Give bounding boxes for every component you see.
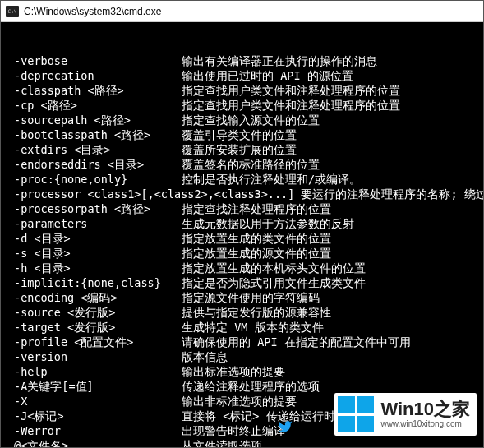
option-description: 指定查找注释处理程序的位置 [182,201,480,216]
option-flag: -deprecation [4,68,182,83]
option-flag: -sourcepath <路径> [4,113,182,127]
watermark-brand: Win10之家 [380,400,470,418]
option-row: -profile <配置文件>请确保使用的 API 在指定的配置文件中可用 [4,335,480,349]
option-flag: -processor <class1>[,<class2>,<class3>..… [4,187,483,201]
option-description: 指定查找输入源文件的位置 [182,113,480,127]
option-description: 提供与指定发行版的源兼容性 [182,305,480,320]
watermark-url: www.win10xitong.com [380,420,470,428]
option-description: 指定源文件使用的字符编码 [182,290,480,305]
option-flag: -A关键字[=值] [4,379,182,394]
option-row: -deprecation输出使用已过时的 API 的源位置 [4,68,480,83]
windows-logo-icon [338,396,374,432]
option-flag: -help [4,364,182,379]
option-flag: -proc:{none,only} [4,172,182,187]
option-flag: -endorseddirs <目录> [4,157,182,172]
option-description: 生成元数据以用于方法参数的反射 [182,216,480,231]
option-flag: -d <目录> [4,231,182,246]
option-flag: -version [4,349,182,364]
option-flag: -h <目录> [4,261,182,275]
option-row: -parameters生成元数据以用于方法参数的反射 [4,216,480,231]
option-description: 指定查找用户类文件和注释处理程序的位置 [182,98,480,113]
option-description: 输出标准选项的提要 [182,364,480,379]
option-row: -target <发行版>生成特定 VM 版本的类文件 [4,320,480,335]
option-description: 请确保使用的 API 在指定的配置文件中可用 [182,335,480,349]
option-description: 指定放置生成的源文件的位置 [182,246,480,261]
option-row: -bootclasspath <路径>覆盖引导类文件的位置 [4,127,480,142]
option-description: 覆盖所安装扩展的位置 [182,142,480,157]
option-flag: -J<标记> [4,409,182,423]
option-flag: -profile <配置文件> [4,335,182,349]
option-row: -classpath <路径>指定查找用户类文件和注释处理程序的位置 [4,83,480,98]
option-flag: -implicit:{none,class} [4,275,182,290]
titlebar[interactable]: C:\Windows\system32\cmd.exe [1,1,483,22]
option-row: -processorpath <路径>指定查找注释处理程序的位置 [4,201,480,216]
option-flag: -verbose [4,53,182,68]
option-flag: -encoding <编码> [4,290,182,305]
option-row: -cp <路径>指定查找用户类文件和注释处理程序的位置 [4,98,480,113]
option-row: -verbose输出有关编译器正在执行的操作的消息 [4,53,480,68]
option-flag: -s <目录> [4,246,182,261]
option-description: 生成特定 VM 版本的类文件 [182,320,480,335]
option-description: 覆盖引导类文件的位置 [182,127,480,142]
terminal-output[interactable]: -verbose输出有关编译器正在执行的操作的消息-deprecation输出使… [1,22,483,447]
option-row: -implicit:{none,class}指定是否为隐式引用文件生成类文件 [4,275,480,290]
option-flag: -classpath <路径> [4,83,182,98]
option-description: 覆盖签名的标准路径的位置 [182,157,480,172]
option-row: -d <目录>指定放置生成的类文件的位置 [4,231,480,246]
twitter-icon [276,419,294,434]
option-row: -source <发行版>提供与指定发行版的源兼容性 [4,305,480,320]
watermark: Win10之家 www.win10xitong.com [334,393,477,436]
option-row: -endorseddirs <目录>覆盖签名的标准路径的位置 [4,157,480,172]
option-row: @<文件名>从文件读取选项 [4,438,480,447]
option-row: -s <目录>指定放置生成的源文件的位置 [4,246,480,261]
option-description: 从文件读取选项 [182,438,480,447]
option-description: 输出有关编译器正在执行的操作的消息 [182,53,480,68]
option-description: 指定放置生成的类文件的位置 [182,231,480,246]
option-flag: -cp <路径> [4,98,182,113]
option-row: -help输出标准选项的提要 [4,364,480,379]
option-flag: -Werror [4,423,182,438]
option-flag: -bootclasspath <路径> [4,127,182,142]
option-row: -proc:{none,only}控制是否执行注释处理和/或编译。 [4,172,480,187]
option-row: -h <目录>指定放置生成的本机标头文件的位置 [4,261,480,275]
option-description: 控制是否执行注释处理和/或编译。 [182,172,480,187]
option-flag: -source <发行版> [4,305,182,320]
option-row: -encoding <编码>指定源文件使用的字符编码 [4,290,480,305]
option-flag: -extdirs <目录> [4,142,182,157]
option-row: -A关键字[=值]传递给注释处理程序的选项 [4,379,480,394]
option-description: 指定是否为隐式引用文件生成类文件 [182,275,480,290]
option-flag: @<文件名> [4,438,182,447]
window-title: C:\Windows\system32\cmd.exe [24,6,161,17]
option-flag: -X [4,394,182,409]
option-description: 指定放置生成的本机标头文件的位置 [182,261,480,275]
option-description: 输出使用已过时的 API 的源位置 [182,68,480,83]
option-flag: -parameters [4,216,182,231]
option-flag: -target <发行版> [4,320,182,335]
option-row: -processor <class1>[,<class2>,<class3>..… [4,187,480,201]
option-row: -extdirs <目录>覆盖所安装扩展的位置 [4,142,480,157]
option-description: 指定查找用户类文件和注释处理程序的位置 [182,83,480,98]
option-row: -version版本信息 [4,349,480,364]
cmd-icon [6,6,19,17]
option-row: -sourcepath <路径>指定查找输入源文件的位置 [4,113,480,127]
option-description: 传递给注释处理程序的选项 [182,379,480,394]
cmd-window: C:\Windows\system32\cmd.exe -verbose输出有关… [0,0,484,448]
option-description: 版本信息 [182,349,480,364]
option-flag: -processorpath <路径> [4,201,182,216]
